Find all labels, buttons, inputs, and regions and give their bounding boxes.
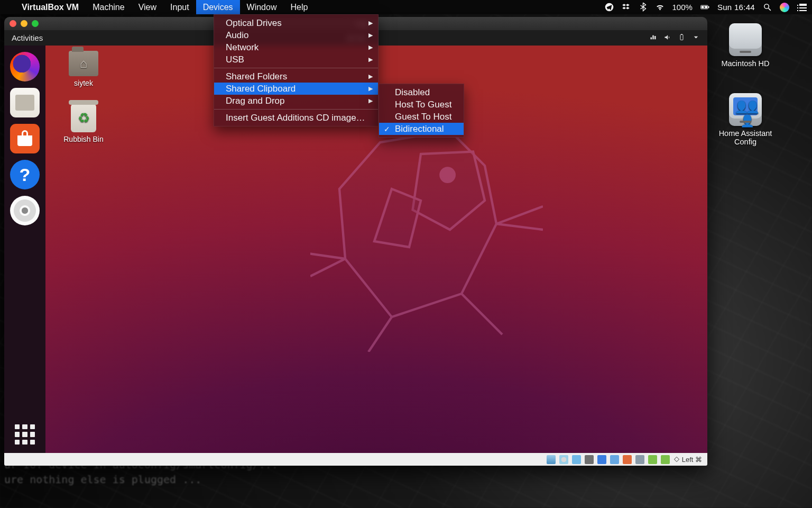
devices-menu-insert-ga[interactable]: Insert Guest Additions CD image… [214,112,378,124]
mac-menubar: VirtualBox VM Machine View Input Devices… [0,0,812,14]
menubar-app-name[interactable]: VirtualBox VM [15,3,86,12]
vbox-status-network-icon[interactable] [572,455,581,464]
dock-firefox-icon[interactable] [10,52,40,81]
desktop-icon-macintosh-hd[interactable]: Macintosh HD [714,23,777,68]
menubar-window[interactable]: Window [240,0,284,14]
vbox-status-recording-icon[interactable] [623,455,632,464]
svg-point-10 [440,168,454,182]
svg-line-13 [368,317,392,352]
ubuntu-battery-icon[interactable] [678,33,686,43]
menubar-input[interactable]: Input [163,0,196,14]
desktop-icon-label: Home Assistant Config [714,129,777,146]
devices-menu-optical-drives[interactable]: Optical Drives [214,17,378,29]
battery-percent: 100% [672,3,693,12]
menubar-view[interactable]: View [132,0,163,14]
devices-menu-shared-folders[interactable]: Shared Folders [214,70,378,83]
desktop-icon-ha-config[interactable]: 👤👤👤 Home Assistant Config [714,93,777,146]
clipboard-option-host-to-guest[interactable]: Host To Guest [379,98,464,111]
ubuntu-desktop-icon-label: siytek [57,79,110,87]
menu-separator [214,68,378,68]
clipboard-option-disabled[interactable]: Disabled [379,86,464,98]
window-minimize-button[interactable] [21,20,27,27]
menubar-devices[interactable]: Devices [196,0,240,14]
window-zoom-button[interactable] [32,20,39,27]
battery-icon[interactable] [700,3,709,12]
devices-menu-audio[interactable]: Audio [214,29,378,41]
ubuntu-network-icon[interactable] [649,33,657,43]
svg-rect-3 [708,6,709,8]
dock-software-icon[interactable] [10,124,40,153]
vbox-status-usb-icon[interactable] [585,455,594,464]
ubuntu-wallpaper-art [310,119,543,352]
vbox-status-mouse-icon[interactable] [648,455,657,464]
vbox-statusbar: Left ⌘ [4,453,707,466]
svg-line-12 [310,253,345,259]
spotlight-icon[interactable] [763,3,772,12]
devices-menu-network[interactable]: Network [214,41,378,53]
ubuntu-activities-button[interactable]: Activities [4,33,50,42]
vbox-status-optical-icon[interactable] [559,455,568,464]
menubar-status-area: 100% Sun 16:44 [605,3,812,12]
notification-center-icon[interactable] [797,4,807,11]
devices-menu-shared-clipboard[interactable]: Shared Clipboard [214,83,378,95]
vbox-status-harddisk-icon[interactable] [547,455,556,464]
svg-line-14 [462,294,502,334]
devices-menu-drag-and-drop[interactable]: Drag and Drop [214,95,378,107]
window-traffic-lights [4,20,44,27]
vbox-status-sharedfolders-icon[interactable] [597,455,606,464]
vbox-status-hostkey[interactable]: Left ⌘ [673,456,702,464]
ubuntu-desktop-trash[interactable]: Rubbish Bin [57,104,110,143]
window-close-button[interactable] [10,20,16,27]
menubar-help[interactable]: Help [283,0,315,14]
svg-line-16 [496,206,543,224]
menubar-clock[interactable]: Sun 16:44 [717,3,755,12]
ubuntu-system-menu-chevron-icon[interactable] [692,33,700,43]
clipboard-option-bidirectional[interactable]: ✓ Bidirectional [379,123,464,135]
vbox-status-display-icon[interactable] [610,455,619,464]
siri-icon[interactable] [780,3,789,12]
svg-rect-5 [680,34,683,40]
desktop-icon-label: Macintosh HD [714,59,777,68]
menu-separator [214,109,378,110]
checkmark-icon: ✓ [384,125,390,133]
clipboard-option-guest-to-host[interactable]: Guest To Host [379,111,464,123]
dock-files-icon[interactable] [10,88,40,117]
devices-menu: Optical Drives Audio Network USB Shared … [214,14,379,126]
vbox-status-cpu-icon[interactable] [635,455,644,464]
svg-line-15 [496,224,543,230]
ubuntu-desktop-icon-label: Rubbish Bin [57,135,110,143]
wifi-icon[interactable] [656,3,665,12]
svg-point-4 [764,4,769,8]
shared-clipboard-submenu: Disabled Host To Guest Guest To Host ✓ B… [379,84,464,138]
ubuntu-dock: ? [4,46,45,453]
vbox-status-keyboard-icon[interactable] [661,455,670,464]
menubar-machine[interactable]: Machine [86,0,131,14]
svg-line-11 [310,259,345,276]
ubuntu-volume-icon[interactable] [663,33,671,43]
ubuntu-desktop-home-folder[interactable]: siytek [57,51,110,87]
telegram-icon[interactable] [605,3,614,12]
devices-menu-usb[interactable]: USB [214,53,378,66]
dock-help-icon[interactable]: ? [10,160,40,189]
dropbox-icon[interactable] [622,3,631,12]
bluetooth-icon[interactable] [639,3,648,12]
dock-show-apps-icon[interactable] [15,424,35,444]
dock-disc-icon[interactable] [10,196,40,225]
svg-rect-6 [681,34,682,34]
